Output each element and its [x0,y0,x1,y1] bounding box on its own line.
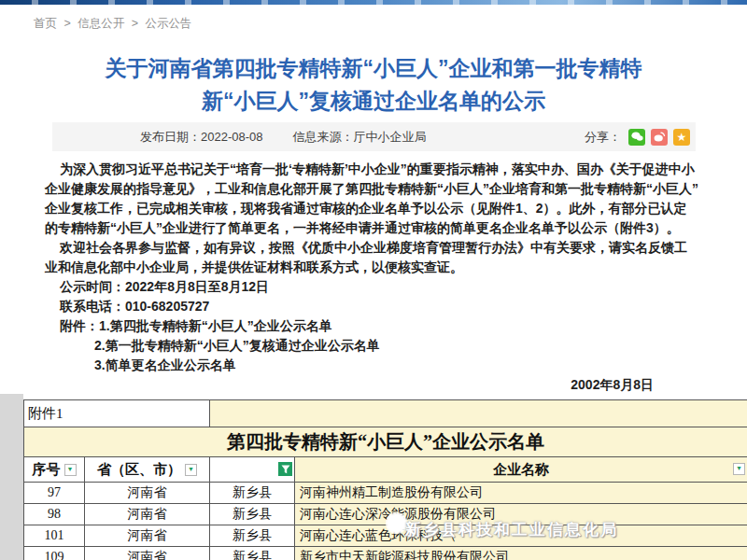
table-header-row: 序号 ▼ 省（区、市） ▼ 企业名称 ▼ [24,457,747,483]
weibo-share-button[interactable] [651,129,668,146]
table-row: 101 河南省 新乡县 河南心连心蓝色环保科技（ [24,525,747,547]
cell-county: 新乡县 [210,504,295,525]
cell-serial: 101 [24,525,85,546]
table-title-row: 第四批专精特新“小巨人”企业公示名单 [24,427,747,457]
cell-province: 河南省 [85,547,210,560]
filter-dropdown-icon: ▼ [733,463,745,475]
header-company-label: 企业名称 [493,461,549,479]
cell-county: 新乡县 [210,483,295,503]
attachment-line-1: 附件：1.第四批专精特新“小巨人”企业公示名单 [45,316,698,336]
sign-date: 2002年8月8日 [45,375,698,395]
article-meta-bar: 发布日期：2022-08-08 信息来源：厅中小企业局 分享： ★ [52,122,696,151]
table-row: 109 河南省 新乡县 新乡市中天新能源科技股份有限公司 [24,547,747,560]
info-source: 信息来源：厅中小企业局 [293,129,427,146]
cell-county: 新乡县 [210,525,295,546]
table-row: 97 河南省 新乡县 河南神州精工制造股份有限公司 [24,483,747,504]
cell-province: 河南省 [85,504,210,525]
cell-company: 河南神州精工制造股份有限公司 [295,483,747,503]
header-province: 省（区、市） ▼ [85,457,210,482]
page-title: 关于河南省第四批专精特新“小巨人”企业和第一批专精特 新“小巨人”复核通过企业名… [28,52,719,118]
cell-province: 河南省 [85,525,210,546]
breadcrumb-info-disclosure[interactable]: 信息公开 [78,17,124,30]
cell-serial: 98 [24,504,85,525]
header-county [210,457,295,482]
active-filter-funnel-icon [278,462,292,476]
breadcrumb: 首页 > 信息公开 > 公示公告 [34,16,196,32]
publish-date: 发布日期：2022-08-08 [140,129,263,146]
page-title-line2: 新“小巨人”复核通过企业名单的公示 [28,85,719,118]
paragraph: 为深入贯彻习近平总书记关于“培育一批‘专精特新’中小企业”的重要指示精神，落实中… [45,160,698,238]
share-group: 分享： ★ [585,129,690,146]
filter-dropdown-icon: ▼ [185,464,197,476]
watermark-text: 新乡县科技和工业信息化局 [405,519,618,540]
breadcrumb-current: 公示公告 [146,17,192,30]
header-province-label: 省（区、市） [97,461,181,479]
header-company: 企业名称 ▼ [295,457,747,482]
empty-cell [210,400,747,427]
public-notice-period: 公示时间：2022年8月8日至8月12日 [45,277,698,297]
breadcrumb-separator: > [63,17,70,30]
star-icon: ★ [677,129,687,146]
watermark-logo [386,512,407,534]
table-title: 第四批专精特新“小巨人”企业公示名单 [24,427,747,456]
breadcrumb-home[interactable]: 首页 [34,17,57,30]
cell-company: 新乡市中天新能源科技股份有限公司 [295,547,747,560]
filter-dropdown-icon: ▼ [64,464,77,476]
attachment-line-3: 3.简单更名企业公示名单 [45,356,698,375]
cell-serial: 109 [24,547,85,560]
cell-serial: 97 [24,483,85,503]
cell-province: 河南省 [85,483,210,503]
weibo-icon [654,132,666,142]
favorite-share-button[interactable]: ★ [673,129,690,146]
attachment1-table: 附件1 第四批专精特新“小巨人”企业公示名单 序号 ▼ 省（区、市） ▼ 企业名… [23,399,747,560]
attachment-line-2: 2.第一批专精特新“小巨人”复核通过企业公示名单 [45,336,698,356]
attachment-label-cell: 附件1 [24,400,210,427]
wechat-icon [631,132,643,142]
article-body: 为深入贯彻习近平总书记关于“培育一批‘专精特新’中小企业”的重要指示精神，落实中… [45,160,698,395]
share-label: 分享： [585,129,621,146]
header-serial: 序号 ▼ [24,457,85,482]
page-title-line1: 关于河南省第四批专精特新“小巨人”企业和第一批专精特 [28,52,719,85]
header-serial-label: 序号 [33,461,61,479]
contact-phone: 联系电话：010-68205727 [45,297,698,316]
breadcrumb-separator: > [132,17,138,30]
wechat-share-button[interactable] [628,129,645,146]
cell-county: 新乡县 [210,547,295,560]
top-nav-bar [0,0,747,5]
attachment-label-row: 附件1 [24,400,747,427]
table-left-gutter [0,394,23,560]
paragraph: 欢迎社会各界参与监督，如有异议，按照《优质中小企业梯度培育管理暂行办法》中有关要… [45,238,698,277]
